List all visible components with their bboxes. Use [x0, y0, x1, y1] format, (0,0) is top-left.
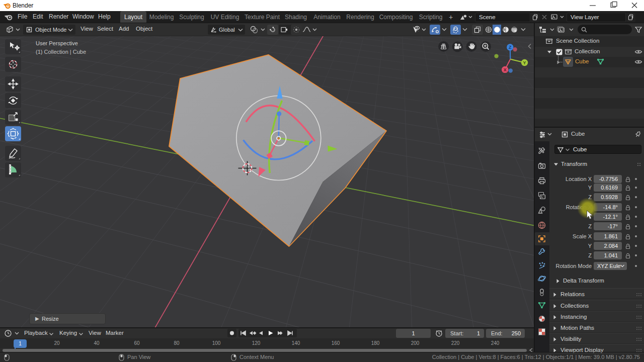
svg-text:Y: Y	[523, 60, 526, 65]
svg-text:Z: Z	[509, 45, 512, 50]
svg-text:X: X	[504, 67, 507, 72]
